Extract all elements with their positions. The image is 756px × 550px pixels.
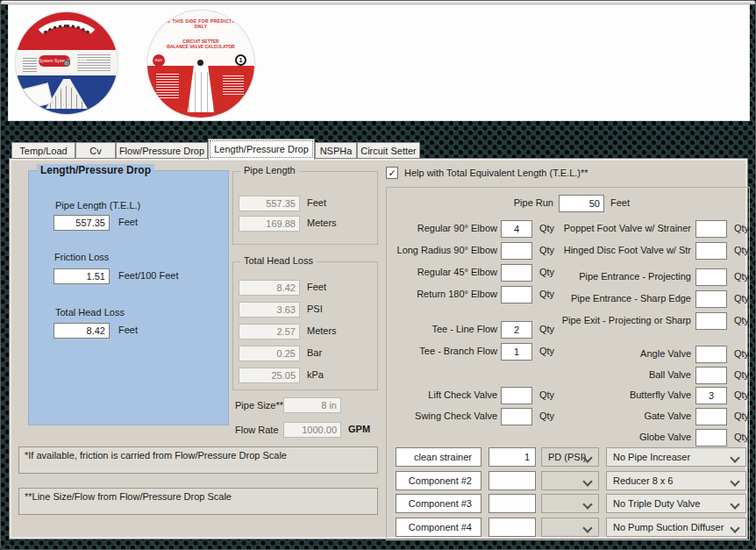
thl-feet-unit: Feet xyxy=(307,282,326,292)
component-4-unit-dropdown[interactable] xyxy=(541,518,599,537)
pipe-length-meters-unit: Meters xyxy=(307,218,337,228)
gate-valve-qty[interactable] xyxy=(695,408,727,425)
pipe-run-unit: Feet xyxy=(610,197,630,208)
fitting-label: Ball Valve xyxy=(558,369,691,380)
lift-check-valve-qty[interactable] xyxy=(501,387,532,404)
component-4-qty-field[interactable] xyxy=(489,518,536,537)
tab-temp-load[interactable]: Temp/Load xyxy=(11,142,75,160)
total-head-loss-groupbox: Total Head Loss 8.42 Feet 3.63 PSI 2.57 … xyxy=(232,261,378,390)
component-3-unit-dropdown[interactable] xyxy=(541,494,599,513)
groupbox-title: Total Head Loss xyxy=(240,255,317,266)
fitting-label: Return 180° Elbow xyxy=(394,289,497,299)
wheel-fine-print xyxy=(156,74,179,100)
component-1-accessory-dropdown[interactable]: No Pipe Increaser xyxy=(606,447,746,467)
fitting-label: Swing Check Valve xyxy=(394,411,497,421)
pipe-length-feet-field: 557.35 xyxy=(239,196,300,211)
hinged-disc-foot-valve-qty[interactable] xyxy=(695,242,727,260)
regular-90-elbow-qty[interactable]: 4 xyxy=(501,220,532,238)
fitting-label: Poppet Foot Valve w/ Strainer xyxy=(558,223,691,233)
ball-valve-qty[interactable] xyxy=(695,367,727,384)
fitting-label: Long Radius 90° Elbow xyxy=(394,245,497,255)
angle-valve-qty[interactable] xyxy=(695,346,727,363)
component-1-unit-dropdown[interactable]: PD (PSI) xyxy=(541,447,599,467)
swing-check-valve-qty[interactable] xyxy=(501,408,532,425)
pipe-exit-qty[interactable] xyxy=(695,312,727,330)
number-one-badge: 1 xyxy=(235,54,246,66)
tab-circuit-setter[interactable]: Circuit Setter xyxy=(357,142,420,160)
fitting-label: Tee - Branch Flow xyxy=(394,346,497,356)
qty-label: Qty xyxy=(539,289,554,299)
wheel-image-strip: System Syzer Calculator USE THIS SIDE FO… xyxy=(8,4,750,121)
groupbox-title: Length/Pressure Drop xyxy=(37,164,154,176)
thl-psi-field: 3.63 xyxy=(239,302,300,318)
component-3-accessory-dropdown[interactable]: No Triple Duty Valve xyxy=(606,494,746,513)
fitting-label: Regular 90° Elbow xyxy=(394,223,497,233)
fitting-label: Pipe Exit - Projecting or Sharp xyxy=(558,315,691,325)
thl-meters-unit: Meters xyxy=(307,325,337,336)
footnote-line-size: **Line Size/Flow from Flow/Pressure Drop… xyxy=(18,488,378,515)
tab-length-pressure-drop[interactable]: Length/Pressure Drop xyxy=(208,139,315,160)
tab-flow-pressure-drop[interactable]: Flow/Pressure Drop xyxy=(116,142,208,160)
thl-meters-field: 2.57 xyxy=(239,324,300,339)
pipe-length-tel-label: Pipe Length (T.E.L.) xyxy=(55,200,140,211)
long-radius-90-elbow-qty[interactable] xyxy=(501,242,532,260)
return-180-elbow-qty[interactable] xyxy=(501,286,532,304)
component-2-accessory-dropdown[interactable]: Reducer 8 x 6 xyxy=(606,471,746,490)
pipe-entrance-sharp-edge-qty[interactable] xyxy=(695,290,727,308)
qty-label: Qty xyxy=(539,267,554,277)
wheel-title: CIRCUIT SETTER BALANCE VALVE CALCULATOR xyxy=(157,39,245,49)
fitting-label: Angle Valve xyxy=(558,348,691,359)
total-head-loss-field[interactable]: 8.42 xyxy=(53,323,110,339)
qty-label: Qty xyxy=(734,389,749,400)
wheel-fine-print xyxy=(77,54,111,72)
tee-line-flow-qty[interactable]: 2 xyxy=(501,321,532,339)
thl-bar-field: 0.25 xyxy=(239,346,300,361)
tab-cv[interactable]: Cv xyxy=(75,142,116,160)
poppet-foot-valve-qty[interactable] xyxy=(695,220,727,238)
wheel-fine-print xyxy=(223,75,244,96)
friction-loss-label: Friction Loss xyxy=(54,252,109,262)
component-3-qty-field[interactable] xyxy=(489,494,536,513)
pipe-entrance-projecting-qty[interactable] xyxy=(695,268,727,286)
tel-help-checkbox[interactable]: ✓ xyxy=(386,167,398,179)
friction-loss-unit: Feet/100 Feet xyxy=(118,270,179,281)
groupbox-title: Pipe Length xyxy=(240,165,299,175)
component-3-name-field[interactable]: Component #3 xyxy=(396,494,481,513)
qty-label: Qty xyxy=(734,348,749,359)
app-window: System Syzer Calculator USE THIS SIDE FO… xyxy=(0,0,756,550)
pipe-run-field[interactable]: 50 xyxy=(559,195,604,212)
thl-bar-unit: Bar xyxy=(307,347,322,358)
qty-label: Qty xyxy=(734,223,749,233)
circuit-setter-wheel: USE THIS SIDE FOR PREDICTING ONLY CIRCUI… xyxy=(147,11,254,118)
butterfly-valve-qty[interactable]: 3 xyxy=(695,387,727,404)
component-2-qty-field[interactable] xyxy=(489,471,536,490)
friction-loss-field[interactable]: 1.51 xyxy=(53,268,110,284)
qty-label: Qty xyxy=(734,271,749,282)
tab-nspha[interactable]: NSPHa xyxy=(315,142,357,160)
component-1-qty-field[interactable]: 1 xyxy=(489,447,536,467)
globe-valve-qty[interactable] xyxy=(695,429,727,446)
flow-rate-label: Flow Rate xyxy=(235,425,279,435)
wheel-hub xyxy=(197,60,203,66)
qty-label: Qty xyxy=(539,245,554,255)
component-2-unit-dropdown[interactable] xyxy=(541,471,599,490)
qty-label: Qty xyxy=(734,293,749,304)
component-1-name-field[interactable]: clean strainer xyxy=(396,447,481,467)
component-4-name-field[interactable]: Component #4 xyxy=(396,518,481,537)
qty-label: Qty xyxy=(734,411,749,421)
fitting-label: Pipe Entrance - Projecting xyxy=(558,271,691,282)
qty-label: Qty xyxy=(539,223,554,233)
pipe-size-field: 8 in xyxy=(283,397,341,413)
fitting-label: Gate Valve xyxy=(558,411,691,421)
component-2-name-field[interactable]: Component #2 xyxy=(396,471,481,490)
pipe-length-tel-field[interactable]: 557.35 xyxy=(53,215,110,231)
fitting-label: Pipe Entrance - Sharp Edge xyxy=(558,293,691,304)
tee-branch-flow-qty[interactable]: 1 xyxy=(501,343,532,361)
fitting-label: Tee - Line Flow xyxy=(394,324,497,334)
length-pressure-drop-page: Length/Pressure Drop Pipe Length (T.E.L.… xyxy=(10,159,747,539)
component-4-accessory-dropdown[interactable]: No Pump Suction Diffuser xyxy=(606,518,746,537)
thl-psi-unit: PSI xyxy=(307,304,323,314)
length-pressure-drop-groupbox: Length/Pressure Drop Pipe Length (T.E.L.… xyxy=(28,170,229,425)
qty-label: Qty xyxy=(539,324,554,334)
regular-45-elbow-qty[interactable] xyxy=(501,264,532,282)
